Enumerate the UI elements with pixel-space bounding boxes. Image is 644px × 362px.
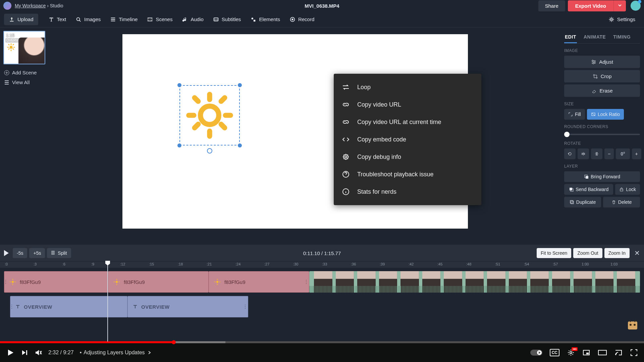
ctx-copy-url-time[interactable]: Copy video URL at current time: [334, 113, 481, 131]
add-scene-button[interactable]: Add Scene: [3, 68, 50, 77]
record-tool[interactable]: Record: [285, 14, 319, 25]
ruler-tick: :15: [149, 262, 154, 266]
yt-fullscreen-button[interactable]: [630, 349, 638, 357]
tab-edit[interactable]: EDIT: [564, 32, 577, 43]
workspace-avatar[interactable]: [3, 2, 11, 10]
flip-v-button[interactable]: [591, 148, 602, 159]
zoom-out-button[interactable]: Zoom Out: [573, 248, 602, 258]
ctx-copy-embed[interactable]: Copy embed code: [334, 131, 481, 148]
tab-animate[interactable]: ANIMATE: [583, 32, 606, 43]
add-scene-label: Add Scene: [12, 70, 37, 75]
erase-button[interactable]: Erase: [564, 84, 640, 97]
fill-button[interactable]: Fill: [564, 109, 585, 120]
bring-forward-button[interactable]: Bring Forward: [564, 171, 640, 182]
adjust-button[interactable]: Adjust: [564, 56, 640, 68]
selected-element[interactable]: [179, 85, 240, 145]
clip-video[interactable]: [309, 271, 640, 293]
fit-screen-button[interactable]: Fit to Screen: [537, 248, 571, 258]
elements-tool[interactable]: Elements: [246, 14, 285, 25]
zoom-in-button[interactable]: Zoom In: [604, 248, 630, 258]
ctx-loop[interactable]: Loop: [334, 78, 481, 96]
yt-mute-button[interactable]: [34, 349, 42, 357]
duplicate-button[interactable]: Duplicate: [564, 197, 601, 207]
layer-section-label: LAYER: [564, 164, 640, 169]
resize-handle-bl[interactable]: [177, 143, 181, 147]
breadcrumb-workspace[interactable]: My Workspace: [15, 3, 46, 8]
delete-button[interactable]: Delete: [603, 197, 640, 207]
tab-timing[interactable]: TIMING: [612, 32, 631, 43]
rotate-left-button[interactable]: [564, 148, 576, 159]
yt-autoplay-toggle[interactable]: [530, 350, 542, 356]
user-avatar[interactable]: [631, 1, 641, 11]
yt-cc-button[interactable]: CC: [550, 349, 559, 356]
scenes-tool[interactable]: Scenes: [142, 14, 177, 25]
yt-play-button[interactable]: [6, 348, 15, 357]
canvas[interactable]: Loop Copy video URL Copy video URL at cu…: [122, 34, 468, 229]
backward-icon: [569, 187, 574, 192]
ctx-troubleshoot[interactable]: Troubleshoot playback issue: [334, 166, 481, 183]
yt-chapter[interactable]: • Adjusting Layers Updates: [80, 350, 152, 356]
svg-rect-12: [11, 43, 12, 45]
ctx-copy-url[interactable]: Copy video URL: [334, 96, 481, 113]
yt-next-button[interactable]: [21, 349, 28, 356]
ctx-copy-debug[interactable]: Copy debug info: [334, 148, 481, 166]
clip-label: f83FfGu9: [124, 279, 145, 285]
export-button[interactable]: Export Video: [568, 0, 613, 11]
ctx-stats[interactable]: Stats for nerds: [334, 183, 481, 200]
yt-theater-button[interactable]: [598, 349, 607, 356]
yt-cast-button[interactable]: [614, 349, 623, 357]
yt-progress-bar[interactable]: [0, 341, 644, 343]
clip-text-2[interactable]: OVERVIEW: [127, 296, 248, 317]
rotate-handle[interactable]: [207, 148, 212, 154]
play-button[interactable]: [4, 250, 9, 256]
rotate-minus-button[interactable]: −: [604, 148, 614, 159]
copy-icon[interactable]: [31, 33, 36, 39]
ruler-tick: :12: [120, 262, 125, 266]
audio-tool[interactable]: Audio: [177, 14, 208, 25]
yt-miniplayer-button[interactable]: [582, 349, 590, 357]
playhead[interactable]: [107, 261, 108, 342]
svg-rect-8: [32, 34, 35, 36]
resize-handle-tr[interactable]: [238, 83, 242, 87]
rotate-plus-button[interactable]: +: [632, 148, 641, 159]
scene-thumbnail[interactable]: 1:15 OVERVIEW: [3, 31, 45, 64]
clip-image-2[interactable]: f83FfGu9: [108, 271, 209, 293]
images-tool[interactable]: Images: [71, 14, 105, 25]
breadcrumb: My Workspace › Studio: [15, 3, 63, 8]
subtitles-tool[interactable]: Subtitles: [208, 14, 246, 25]
slider-thumb[interactable]: [564, 132, 570, 137]
clip-image-3[interactable]: f83FfGu9: [209, 271, 309, 293]
text-tool[interactable]: Text: [44, 14, 71, 25]
split-button[interactable]: Split: [47, 248, 71, 258]
delete-icon[interactable]: [38, 33, 43, 39]
minus-5s-button[interactable]: -5s: [13, 248, 27, 258]
svg-rect-18: [12, 44, 14, 46]
resize-handle-br[interactable]: [238, 143, 242, 147]
upload-icon: [9, 16, 15, 22]
timeline-tool[interactable]: Timeline: [105, 14, 142, 25]
lock-button[interactable]: Lock: [615, 184, 640, 195]
record-label: Record: [298, 16, 314, 22]
settings-tool[interactable]: Settings: [604, 14, 640, 25]
yt-current: 2:32: [48, 350, 59, 355]
timeline-ruler[interactable]: :0:3:6:9:12:15:18:21:24:27:30:33:36:39:4…: [0, 261, 644, 268]
corners-slider[interactable]: [564, 134, 640, 135]
resize-handle-tl[interactable]: [177, 83, 181, 87]
flip-h-button[interactable]: [578, 148, 589, 159]
yt-settings-button[interactable]: HD: [567, 349, 575, 357]
export-dropdown[interactable]: [613, 0, 626, 11]
clip-text-1[interactable]: OVERVIEW: [10, 296, 127, 317]
lock-ratio-icon: [591, 112, 596, 117]
clip-image-1[interactable]: f83FfGu9: [4, 271, 108, 293]
lock-ratio-button[interactable]: Lock Ratio: [587, 109, 624, 120]
delete-label: Delete: [618, 199, 632, 205]
crop-button[interactable]: Crop: [564, 70, 640, 82]
share-button[interactable]: Share: [538, 0, 565, 11]
upload-button[interactable]: Upload: [4, 14, 38, 25]
svg-point-47: [12, 281, 14, 283]
close-timeline-button[interactable]: ✕: [634, 249, 640, 257]
view-all-button[interactable]: View All: [3, 77, 50, 87]
send-backward-button[interactable]: Send Backward: [564, 184, 613, 195]
adjust-label: Adjust: [599, 59, 613, 65]
plus-5s-button[interactable]: +5s: [29, 248, 45, 258]
